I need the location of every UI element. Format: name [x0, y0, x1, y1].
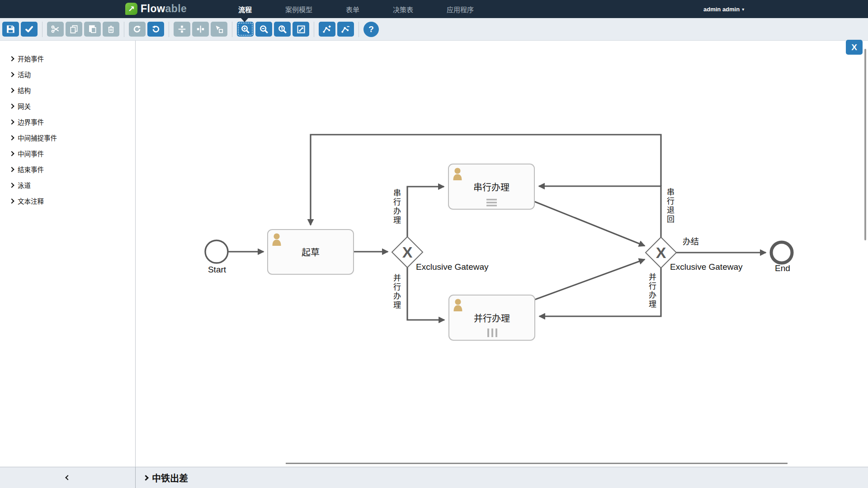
toolbar-separator	[42, 22, 42, 37]
paste-icon	[88, 25, 97, 33]
palette-group-activities[interactable]: 活动	[0, 66, 135, 82]
zoom-fit-button[interactable]	[292, 22, 309, 37]
draft-task-label[interactable]: 起草	[268, 230, 354, 274]
start-event-label: Start	[203, 265, 231, 275]
bpmn-diagram	[136, 41, 868, 467]
palette-group-list: 开始事件 活动 结构 网关 边界事件 中间捕捉事件 中间事件 结束事件 泳道 文…	[0, 41, 135, 209]
brand-text: Flowable	[141, 3, 187, 15]
palette-group-intermediate-catching-events[interactable]: 中间捕捉事件	[0, 130, 135, 145]
zoom-in-icon	[241, 25, 250, 34]
active-tab-caret-icon	[241, 18, 248, 22]
edge-label-to-parallel: 并行办理	[391, 274, 402, 310]
nav-tab-apps[interactable]: 应用程序	[447, 5, 474, 14]
flow-gateway1-to-serial[interactable]	[407, 187, 444, 237]
edge-label-finish: 办结	[683, 235, 699, 247]
redo-icon	[133, 25, 142, 33]
flowable-logo-icon: ↗	[125, 3, 137, 15]
nav-tab-process[interactable]: 流程	[238, 5, 252, 14]
flow-gateway1-to-parallel[interactable]	[407, 267, 444, 320]
chevron-right-icon	[9, 88, 14, 93]
palette-group-text-annotation[interactable]: 文本注释	[0, 193, 135, 209]
palette-group-end-events[interactable]: 结束事件	[0, 161, 135, 177]
undo-button[interactable]	[147, 22, 164, 37]
copy-button[interactable]	[66, 22, 82, 37]
cut-button[interactable]	[47, 22, 64, 37]
user-menu[interactable]: admin admin▾	[703, 0, 744, 18]
flowable-logo[interactable]: ↗ Flowable	[125, 3, 187, 15]
paste-button[interactable]	[84, 22, 101, 37]
toolbar-separator	[359, 22, 359, 37]
toolbar-separator	[124, 22, 124, 37]
flow-gateway2-return-to-serial[interactable]	[539, 186, 661, 237]
edge-label-to-serial: 串行办理	[391, 189, 402, 225]
gateway1-label: Exclusive Gateway	[416, 262, 489, 272]
chevron-left-icon	[65, 475, 70, 480]
palette-group-structural[interactable]: 结构	[0, 82, 135, 98]
zoom-actual-icon	[278, 25, 287, 34]
validate-check-icon	[25, 25, 33, 33]
collapse-sidebar-button[interactable]	[0, 467, 136, 488]
zoom-actual-button[interactable]	[274, 22, 291, 37]
palette-group-intermediate-events[interactable]: 中间事件	[0, 145, 135, 161]
flow-serial-to-gateway2[interactable]	[534, 202, 645, 246]
chevron-right-icon	[9, 198, 14, 203]
chevron-right-icon	[9, 167, 14, 172]
close-editor-button[interactable]: X	[846, 40, 863, 55]
bottom-bar: 中铁出差	[0, 467, 868, 488]
cut-icon	[51, 25, 60, 33]
bpmn-canvas[interactable]: 起草 串行办理 并行办理 X X Start End Exclusive Gat…	[136, 41, 868, 467]
zoom-fit-icon	[297, 25, 306, 34]
bendpoint-add-button[interactable]	[319, 22, 335, 37]
palette-group-start-events[interactable]: 开始事件	[0, 51, 135, 66]
shape-palette-sidebar: 开始事件 活动 结构 网关 边界事件 中间捕捉事件 中间事件 结束事件 泳道 文…	[0, 41, 136, 467]
save-button[interactable]	[2, 22, 19, 37]
end-event-label: End	[769, 263, 797, 273]
chevron-right-icon	[9, 183, 14, 188]
flow-parallel-to-gateway2[interactable]	[535, 259, 645, 300]
palette-group-boundary-events[interactable]: 边界事件	[0, 114, 135, 130]
toolbar-separator	[314, 22, 314, 37]
undo-icon	[151, 25, 160, 33]
start-event-shape[interactable]	[205, 240, 228, 263]
help-button[interactable]: ?	[363, 22, 379, 37]
align-horizontal-button[interactable]	[174, 22, 190, 37]
parallel-task-label[interactable]: 并行办理	[449, 295, 535, 340]
zoom-out-icon	[259, 25, 269, 34]
chevron-right-icon	[9, 72, 14, 77]
zoom-in-button[interactable]	[237, 22, 254, 37]
redo-button[interactable]	[129, 22, 146, 37]
align-vertical-button[interactable]	[192, 22, 209, 37]
close-icon: X	[851, 42, 857, 52]
copy-icon	[70, 25, 78, 33]
toolbar-separator	[232, 22, 232, 37]
caret-down-icon: ▾	[742, 7, 744, 12]
nav-tab-decision-tables[interactable]: 决策表	[393, 5, 413, 14]
main-nav: 流程 案例模型 表单 决策表 应用程序	[238, 0, 474, 18]
toolbar-separator	[169, 22, 169, 37]
zoom-out-button[interactable]	[255, 22, 272, 37]
edge-label-serial-return: 串行退回	[664, 188, 675, 224]
delete-button[interactable]	[103, 22, 119, 37]
nav-tab-case-models[interactable]: 案例模型	[285, 5, 312, 14]
serial-task-label[interactable]: 串行办理	[448, 164, 534, 209]
palette-group-gateways[interactable]: 网关	[0, 98, 135, 114]
process-title[interactable]: 中铁出差	[152, 471, 188, 484]
canvas-horizontal-scrollbar[interactable]	[286, 463, 788, 464]
trash-icon	[107, 25, 115, 33]
validate-button[interactable]	[21, 22, 38, 37]
palette-group-swimlanes[interactable]: 泳道	[0, 177, 135, 193]
end-event-shape[interactable]	[771, 242, 792, 263]
nav-tab-forms[interactable]: 表单	[346, 5, 359, 14]
chevron-right-icon	[9, 135, 14, 140]
same-size-button[interactable]	[211, 22, 227, 37]
bendpoint-remove-button[interactable]	[337, 22, 354, 37]
align-vertical-icon	[196, 25, 205, 33]
chevron-right-icon	[9, 119, 14, 124]
bendpoint-remove-icon	[341, 25, 350, 33]
same-size-icon	[215, 25, 223, 33]
chevron-right-icon	[143, 475, 149, 481]
canvas-vertical-scrollbar[interactable]	[864, 49, 866, 240]
help-icon: ?	[368, 24, 374, 34]
chevron-right-icon	[9, 56, 14, 61]
top-navbar: ↗ Flowable 流程 案例模型 表单 决策表 应用程序 admin adm…	[0, 0, 868, 18]
